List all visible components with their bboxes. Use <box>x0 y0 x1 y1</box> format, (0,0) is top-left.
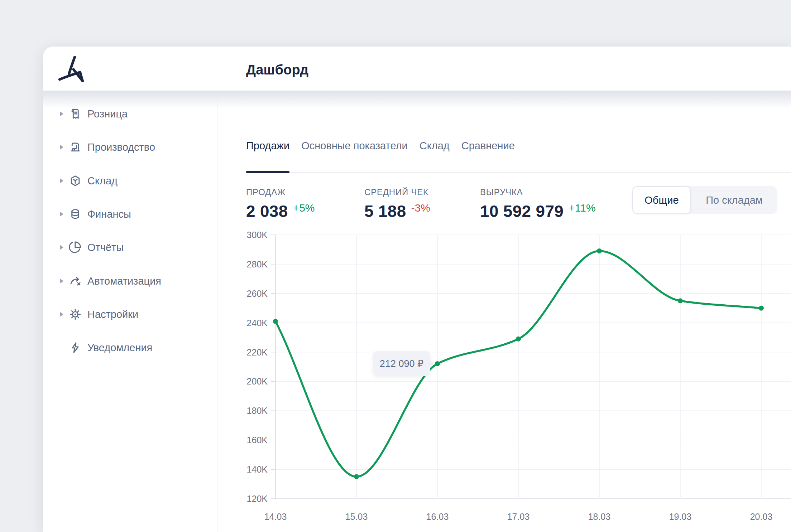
sidebar-item-nastroyki[interactable]: Настройки <box>43 306 216 323</box>
x-axis-label: 16.03 <box>426 512 449 522</box>
kpi-value: 5 188 <box>364 202 406 221</box>
x-axis-label: 19.03 <box>669 512 692 522</box>
y-axis-label: 180K <box>247 406 268 416</box>
y-axis-label: 280K <box>247 259 268 269</box>
sidebar-item-proizvodstvo[interactable]: Производство <box>43 139 216 156</box>
page-title: Дашборд <box>246 62 308 78</box>
y-axis-label: 160K <box>247 435 268 445</box>
x-axis-label: 20.03 <box>750 512 773 522</box>
kpi-label: ПРОДАЖ <box>246 187 315 197</box>
active-tab-underline <box>246 171 289 173</box>
toggle-option-po-skladam[interactable]: По складам <box>691 186 777 214</box>
y-axis-label: 200K <box>247 376 268 386</box>
chart-tooltip: 212 090 ₽ <box>373 351 430 376</box>
brand-logo-icon <box>55 53 87 84</box>
kpi-vyruchka: ВЫРУЧКА10 592 979+11% <box>480 187 596 221</box>
y-axis-label: 260K <box>247 289 268 299</box>
y-axis-label: 140K <box>247 464 268 474</box>
kpi-sredniy-chek: СРЕДНИЙ ЧЕК5 188-3% <box>364 187 430 221</box>
sidebar-item-avtomatizatsiya[interactable]: Автоматизация <box>43 272 216 290</box>
kpi-value: 10 592 979 <box>480 202 564 221</box>
gear-icon <box>68 308 82 321</box>
receipt-icon <box>68 107 82 121</box>
revenue-chart[interactable]: 300K280K260K240K220K200K180K160K140K120K… <box>244 229 791 532</box>
kpi-label: ВЫРУЧКА <box>480 187 596 197</box>
coins-icon <box>68 207 82 221</box>
sidebar-item-label: Производство <box>87 141 155 153</box>
sidebar-item-label: Уведомления <box>87 342 152 354</box>
kpi-delta: -3% <box>411 202 430 214</box>
tab-sravnenie[interactable]: Сравнение <box>461 138 515 154</box>
y-axis-label: 120K <box>247 494 268 504</box>
data-point-marker <box>597 248 602 253</box>
sewing-machine-icon <box>68 140 82 154</box>
chevron-right-icon <box>60 178 63 183</box>
sidebar-item-label: Настройки <box>87 309 138 320</box>
data-point-marker <box>678 298 683 303</box>
y-axis-label: 300K <box>247 230 268 240</box>
x-axis-label: 18.03 <box>588 512 611 522</box>
y-axis-label: 220K <box>247 347 268 357</box>
sidebar-item-label: Склад <box>87 175 118 187</box>
chevron-right-icon <box>60 212 63 217</box>
package-cube-icon <box>68 174 82 188</box>
page-background: Дашборд Розница Производство Склад Финан… <box>0 0 791 532</box>
toggle-option-obshchie[interactable]: Общие <box>632 186 691 214</box>
kpi-prodazh: ПРОДАЖ2 038+5% <box>246 187 315 221</box>
tab-prodazhi[interactable]: Продажи <box>246 138 289 154</box>
sidebar-item-finansy[interactable]: Финансы <box>43 205 216 223</box>
kpi-delta: +5% <box>293 202 315 214</box>
sidebar-item-sklad[interactable]: Склад <box>43 172 216 189</box>
y-axis-label: 240K <box>247 318 268 328</box>
sidebar-item-label: Розница <box>87 108 128 120</box>
kpi-label: СРЕДНИЙ ЧЕК <box>364 187 430 197</box>
chevron-right-icon <box>60 279 63 284</box>
chevron-right-icon <box>60 245 63 250</box>
automation-arrow-icon <box>68 274 82 288</box>
data-point-marker <box>516 337 521 342</box>
sidebar-item-otchety[interactable]: Отчёты <box>43 239 216 256</box>
sidebar-item-label: Отчёты <box>87 242 124 253</box>
x-axis-label: 15.03 <box>345 512 368 522</box>
sidebar-divider <box>217 91 217 532</box>
kpi-delta: +11% <box>569 202 595 214</box>
chevron-right-icon <box>60 145 63 150</box>
data-point-marker <box>273 319 278 324</box>
x-axis-label: 14.03 <box>264 512 287 522</box>
data-point-marker <box>354 474 359 479</box>
tab-separator-line <box>246 172 791 173</box>
chevron-right-icon <box>60 312 63 317</box>
data-point-marker <box>435 361 440 366</box>
tab-bar: ПродажиОсновные показателиСкладСравнение <box>246 138 515 154</box>
chart-canvas[interactable]: 300K280K260K240K220K200K180K160K140K120K… <box>244 229 791 532</box>
sidebar-item-uvedomleniya[interactable]: Уведомления <box>43 339 216 356</box>
kpi-value: 2 038 <box>246 202 288 221</box>
tab-sklad[interactable]: Склад <box>420 138 450 154</box>
tooltip-value: 212 090 ₽ <box>380 358 423 369</box>
pie-chart-icon <box>68 241 82 254</box>
lightning-icon <box>68 341 82 354</box>
sidebar-item-label: Финансы <box>87 208 131 220</box>
x-axis-label: 17.03 <box>507 512 530 522</box>
data-point-marker <box>759 306 764 311</box>
sidebar-item-label: Автоматизация <box>87 275 161 287</box>
sidebar-item-roznitsa[interactable]: Розница <box>43 105 216 122</box>
view-toggle: ОбщиеПо складам <box>632 186 777 214</box>
app-window: Дашборд Розница Производство Склад Финан… <box>43 47 791 532</box>
tab-pokazateli[interactable]: Основные показатели <box>301 138 408 154</box>
chevron-right-icon <box>60 111 63 116</box>
